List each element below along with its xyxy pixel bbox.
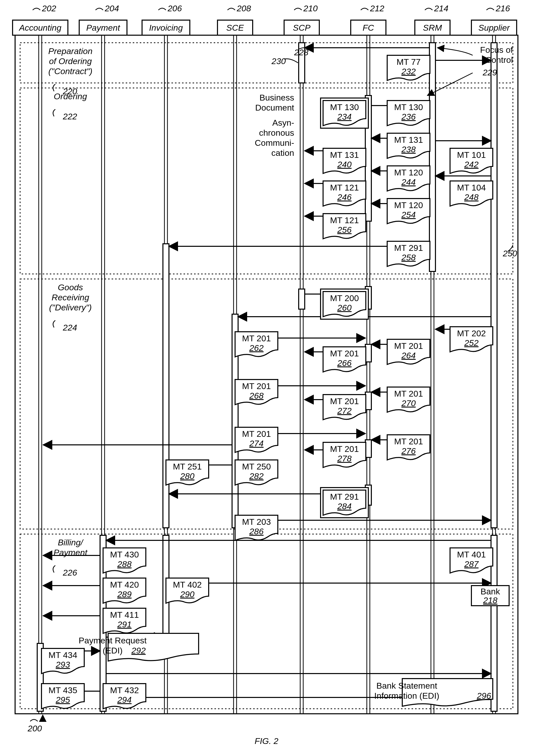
lane-header-label: FC [363, 23, 374, 32]
phase-label: Preparation [48, 46, 93, 56]
lane-header-label: SRM [423, 23, 442, 32]
doc-ref: 274 [249, 439, 264, 448]
svg-text:Asyn-: Asyn- [272, 118, 294, 127]
doc-ref: 284 [337, 501, 352, 511]
doc-name: MT 435 [48, 686, 77, 695]
svg-text:229: 229 [483, 68, 497, 77]
doc-name: MT 201 [242, 334, 271, 343]
doc-ref: 258 [401, 253, 416, 262]
svg-text:228: 228 [294, 47, 308, 57]
doc-name: MT 201 [242, 429, 271, 439]
doc-name: MT 120 [394, 200, 423, 210]
lane-header-label: Invoicing [149, 23, 183, 32]
doc-ref: 289 [117, 589, 132, 599]
svg-text:202: 202 [42, 4, 56, 13]
doc-name: MT 200 [330, 293, 359, 303]
doc-name: MT 201 [330, 444, 359, 454]
doc-name: MT 432 [110, 686, 139, 695]
phase-label: Receiving [51, 292, 89, 302]
svg-text:200: 200 [27, 724, 42, 733]
doc-name: MT 131 [394, 135, 423, 145]
doc-name: MT 201 [242, 381, 271, 391]
doc-ref: 264 [401, 351, 416, 360]
svg-text:292: 292 [131, 646, 146, 655]
doc-ref: 272 [337, 406, 352, 416]
doc-name: MT 101 [457, 150, 486, 160]
svg-text:226: 226 [63, 568, 77, 577]
doc-ref: 294 [117, 695, 132, 705]
doc-ref: 248 [464, 192, 479, 202]
doc-ref: 280 [180, 471, 195, 481]
doc-ref: 240 [337, 160, 352, 169]
doc-ref: 242 [464, 160, 479, 169]
doc-name: MT 104 [457, 183, 486, 192]
doc-name: MT 121 [330, 183, 359, 192]
doc-name: MT 201 [394, 437, 423, 446]
doc-ref: 286 [249, 526, 264, 536]
doc-ref: 254 [401, 210, 416, 219]
doc-name: MT 251 [173, 462, 202, 471]
focus-of-control [430, 43, 435, 271]
svg-text:224: 224 [63, 323, 77, 332]
doc-name: MT 291 [394, 243, 423, 253]
svg-text:chronous: chronous [259, 128, 294, 138]
svg-text:Communi-: Communi- [255, 138, 294, 148]
doc-ref: 236 [401, 112, 416, 122]
focus-of-control [491, 43, 497, 528]
svg-text:230: 230 [271, 56, 286, 66]
svg-text:Information (EDI): Information (EDI) [374, 691, 439, 700]
doc-ref: 282 [249, 471, 264, 481]
svg-text:216: 216 [495, 4, 510, 13]
doc-ref: 266 [337, 358, 352, 368]
doc-name: MT 291 [330, 492, 359, 501]
doc-name: MT 201 [394, 341, 423, 351]
doc-ref: 288 [117, 559, 132, 569]
doc-ref: 270 [401, 398, 416, 408]
doc-name: MT 77 [397, 57, 421, 67]
doc-name: MT 202 [457, 329, 486, 338]
phase-label: Goods [58, 283, 83, 292]
svg-text:204: 204 [104, 4, 119, 13]
doc-name: MT 402 [173, 580, 202, 589]
doc-ref: 260 [337, 303, 352, 312]
doc-ref: 295 [56, 695, 70, 705]
phase-label: Billing/ [58, 538, 84, 547]
focus-of-control [299, 289, 305, 309]
doc-name: MT 131 [330, 150, 359, 160]
lane-header-label: Supplier [478, 23, 510, 32]
doc-ref: 244 [401, 177, 416, 187]
svg-text:218: 218 [483, 595, 497, 605]
doc-ref: 234 [337, 112, 352, 122]
svg-text:Bank: Bank [480, 587, 500, 596]
doc-name: MT 201 [394, 389, 423, 398]
doc-name: MT 130 [330, 102, 359, 112]
doc-name: MT 203 [242, 517, 271, 526]
figure-label: FIG. 2 [255, 736, 279, 746]
svg-text:Bank Statement: Bank Statement [377, 681, 437, 690]
svg-text:208: 208 [237, 4, 251, 13]
doc-name: MT 120 [394, 168, 423, 177]
doc-name: MT 420 [110, 580, 139, 589]
svg-text:Control: Control [485, 55, 513, 65]
doc-name: MT 130 [394, 102, 423, 112]
doc-ref: 268 [249, 391, 264, 400]
doc-ref: 232 [401, 67, 416, 76]
phase-label: Ordering [54, 92, 87, 101]
doc-ref: 290 [180, 589, 195, 599]
svg-text:222: 222 [63, 112, 77, 121]
doc-name: MT 250 [242, 462, 271, 471]
doc-ref: 238 [401, 145, 416, 154]
lane-header-label: SCP [293, 23, 311, 32]
doc-name: MT 121 [330, 215, 359, 225]
doc-name: MT 430 [110, 550, 139, 559]
svg-text:206: 206 [167, 4, 182, 13]
doc-ref: 252 [464, 338, 479, 348]
doc-ref: 291 [117, 620, 132, 629]
svg-text:Document: Document [255, 103, 295, 112]
svg-text:296: 296 [477, 691, 491, 700]
phase-label: ("Contract") [48, 67, 92, 76]
doc-name: MT 434 [48, 650, 77, 660]
svg-text:214: 214 [434, 4, 449, 13]
doc-ref: 246 [337, 192, 352, 202]
lane-header-label: SCE [226, 23, 244, 32]
